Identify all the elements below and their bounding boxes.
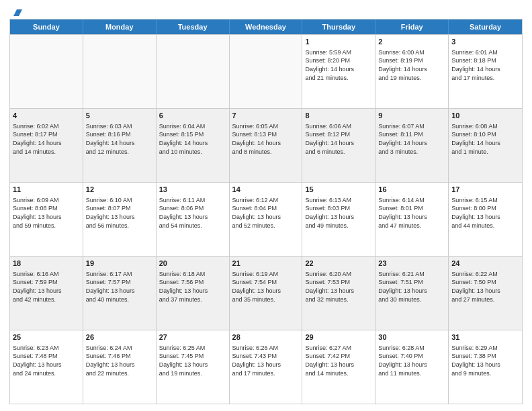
day-number: 21: [232, 259, 300, 269]
calendar-cell: 20Sunrise: 6:18 AM Sunset: 7:56 PM Dayli…: [157, 257, 230, 330]
day-number: 9: [378, 111, 445, 121]
day-number: 12: [86, 185, 153, 195]
calendar-header: SundayMondayTuesdayWednesdayThursdayFrid…: [10, 19, 522, 34]
calendar-cell: 14Sunrise: 6:12 AM Sunset: 8:04 PM Dayli…: [230, 183, 303, 256]
day-number: 19: [86, 259, 153, 269]
day-number: 1: [305, 37, 372, 47]
header: [9, 7, 523, 15]
day-info: Sunrise: 6:07 AM Sunset: 8:11 PM Dayligh…: [378, 122, 445, 156]
logo-icon: [10, 5, 22, 17]
day-info: Sunrise: 6:20 AM Sunset: 7:53 PM Dayligh…: [305, 270, 372, 304]
calendar-cell: 28Sunrise: 6:26 AM Sunset: 7:43 PM Dayli…: [230, 330, 303, 404]
day-info: Sunrise: 5:59 AM Sunset: 8:20 PM Dayligh…: [305, 48, 372, 82]
day-number: 24: [451, 259, 519, 269]
calendar-cell: 30Sunrise: 6:28 AM Sunset: 7:40 PM Dayli…: [375, 330, 449, 404]
day-info: Sunrise: 6:02 AM Sunset: 8:17 PM Dayligh…: [13, 122, 80, 156]
day-number: 18: [13, 259, 80, 269]
calendar-cell: 12Sunrise: 6:10 AM Sunset: 8:07 PM Dayli…: [83, 183, 157, 256]
day-info: Sunrise: 6:24 AM Sunset: 7:46 PM Dayligh…: [86, 344, 153, 377]
day-number: 10: [451, 111, 519, 121]
day-info: Sunrise: 6:22 AM Sunset: 7:50 PM Dayligh…: [451, 270, 519, 304]
calendar-week-4: 18Sunrise: 6:16 AM Sunset: 7:59 PM Dayli…: [10, 256, 522, 330]
calendar-cell: 9Sunrise: 6:07 AM Sunset: 8:11 PM Daylig…: [375, 109, 449, 182]
calendar-cell: 1Sunrise: 5:59 AM Sunset: 8:20 PM Daylig…: [302, 35, 375, 108]
day-info: Sunrise: 6:16 AM Sunset: 7:59 PM Dayligh…: [13, 270, 80, 304]
calendar-cell: 22Sunrise: 6:20 AM Sunset: 7:53 PM Dayli…: [302, 257, 375, 330]
day-number: 5: [86, 111, 153, 121]
day-info: Sunrise: 6:29 AM Sunset: 7:38 PM Dayligh…: [451, 344, 519, 377]
day-number: 2: [378, 37, 445, 47]
day-info: Sunrise: 6:17 AM Sunset: 7:57 PM Dayligh…: [86, 270, 153, 304]
calendar-cell: 4Sunrise: 6:02 AM Sunset: 8:17 PM Daylig…: [10, 109, 83, 182]
header-day-saturday: Saturday: [449, 19, 522, 34]
day-number: 23: [378, 259, 445, 269]
calendar-week-1: 1Sunrise: 5:59 AM Sunset: 8:20 PM Daylig…: [10, 34, 522, 108]
calendar-cell: 6Sunrise: 6:04 AM Sunset: 8:15 PM Daylig…: [157, 109, 230, 182]
calendar-cell: [83, 35, 157, 108]
day-number: 13: [159, 185, 226, 195]
day-number: 25: [13, 332, 80, 342]
calendar-cell: 18Sunrise: 6:16 AM Sunset: 7:59 PM Dayli…: [10, 257, 83, 330]
day-number: 6: [159, 111, 226, 121]
day-number: 30: [378, 332, 445, 342]
calendar: SundayMondayTuesdayWednesdayThursdayFrid…: [9, 19, 523, 404]
day-number: 29: [305, 332, 372, 342]
day-number: 16: [378, 185, 445, 195]
day-info: Sunrise: 6:23 AM Sunset: 7:48 PM Dayligh…: [13, 344, 80, 377]
day-number: 7: [232, 111, 300, 121]
day-info: Sunrise: 6:01 AM Sunset: 8:18 PM Dayligh…: [451, 48, 519, 82]
calendar-cell: 24Sunrise: 6:22 AM Sunset: 7:50 PM Dayli…: [449, 257, 522, 330]
day-number: 8: [305, 111, 372, 121]
day-info: Sunrise: 6:06 AM Sunset: 8:12 PM Dayligh…: [305, 122, 372, 156]
page: SundayMondayTuesdayWednesdayThursdayFrid…: [0, 0, 532, 411]
calendar-cell: 3Sunrise: 6:01 AM Sunset: 8:18 PM Daylig…: [449, 35, 522, 108]
day-number: 3: [451, 37, 519, 47]
calendar-cell: 19Sunrise: 6:17 AM Sunset: 7:57 PM Dayli…: [83, 257, 157, 330]
day-info: Sunrise: 6:03 AM Sunset: 8:16 PM Dayligh…: [86, 122, 153, 156]
day-info: Sunrise: 6:12 AM Sunset: 8:04 PM Dayligh…: [232, 196, 300, 230]
day-number: 17: [451, 185, 519, 195]
day-info: Sunrise: 6:08 AM Sunset: 8:10 PM Dayligh…: [451, 122, 519, 156]
calendar-cell: 5Sunrise: 6:03 AM Sunset: 8:16 PM Daylig…: [83, 109, 157, 182]
calendar-body: 1Sunrise: 5:59 AM Sunset: 8:20 PM Daylig…: [10, 34, 522, 404]
header-day-wednesday: Wednesday: [230, 19, 303, 34]
calendar-cell: 13Sunrise: 6:11 AM Sunset: 8:06 PM Dayli…: [157, 183, 230, 256]
day-info: Sunrise: 6:25 AM Sunset: 7:45 PM Dayligh…: [159, 344, 226, 377]
day-number: 27: [159, 332, 226, 342]
calendar-cell: 23Sunrise: 6:21 AM Sunset: 7:51 PM Dayli…: [375, 257, 449, 330]
calendar-cell: 31Sunrise: 6:29 AM Sunset: 7:38 PM Dayli…: [449, 330, 522, 404]
calendar-week-2: 4Sunrise: 6:02 AM Sunset: 8:17 PM Daylig…: [10, 108, 522, 182]
day-info: Sunrise: 6:05 AM Sunset: 8:13 PM Dayligh…: [232, 122, 300, 156]
day-info: Sunrise: 6:15 AM Sunset: 8:00 PM Dayligh…: [451, 196, 519, 230]
header-day-thursday: Thursday: [302, 19, 375, 34]
calendar-cell: 11Sunrise: 6:09 AM Sunset: 8:08 PM Dayli…: [10, 183, 83, 256]
calendar-cell: 2Sunrise: 6:00 AM Sunset: 8:19 PM Daylig…: [375, 35, 449, 108]
day-info: Sunrise: 6:28 AM Sunset: 7:40 PM Dayligh…: [378, 344, 445, 377]
day-number: 14: [232, 185, 300, 195]
day-number: 28: [232, 332, 300, 342]
day-number: 11: [13, 185, 80, 195]
calendar-week-3: 11Sunrise: 6:09 AM Sunset: 8:08 PM Dayli…: [10, 182, 522, 256]
calendar-cell: 26Sunrise: 6:24 AM Sunset: 7:46 PM Dayli…: [83, 330, 157, 404]
day-info: Sunrise: 6:27 AM Sunset: 7:42 PM Dayligh…: [305, 344, 372, 377]
calendar-cell: 16Sunrise: 6:14 AM Sunset: 8:01 PM Dayli…: [375, 183, 449, 256]
calendar-cell: 17Sunrise: 6:15 AM Sunset: 8:00 PM Dayli…: [449, 183, 522, 256]
day-info: Sunrise: 6:19 AM Sunset: 7:54 PM Dayligh…: [232, 270, 300, 304]
calendar-cell: 21Sunrise: 6:19 AM Sunset: 7:54 PM Dayli…: [230, 257, 303, 330]
day-info: Sunrise: 6:13 AM Sunset: 8:03 PM Dayligh…: [305, 196, 372, 230]
calendar-cell: 15Sunrise: 6:13 AM Sunset: 8:03 PM Dayli…: [302, 183, 375, 256]
day-number: 26: [86, 332, 153, 342]
day-info: Sunrise: 6:00 AM Sunset: 8:19 PM Dayligh…: [378, 48, 445, 82]
header-day-monday: Monday: [83, 19, 157, 34]
calendar-cell: 27Sunrise: 6:25 AM Sunset: 7:45 PM Dayli…: [157, 330, 230, 404]
day-info: Sunrise: 6:26 AM Sunset: 7:43 PM Dayligh…: [232, 344, 300, 377]
calendar-cell: 29Sunrise: 6:27 AM Sunset: 7:42 PM Dayli…: [302, 330, 375, 404]
logo: [9, 7, 22, 15]
header-day-friday: Friday: [375, 19, 449, 34]
calendar-cell: [10, 35, 83, 108]
day-info: Sunrise: 6:21 AM Sunset: 7:51 PM Dayligh…: [378, 270, 445, 304]
day-number: 20: [159, 259, 226, 269]
day-info: Sunrise: 6:09 AM Sunset: 8:08 PM Dayligh…: [13, 196, 80, 230]
day-info: Sunrise: 6:18 AM Sunset: 7:56 PM Dayligh…: [159, 270, 226, 304]
svg-marker-0: [13, 9, 22, 16]
